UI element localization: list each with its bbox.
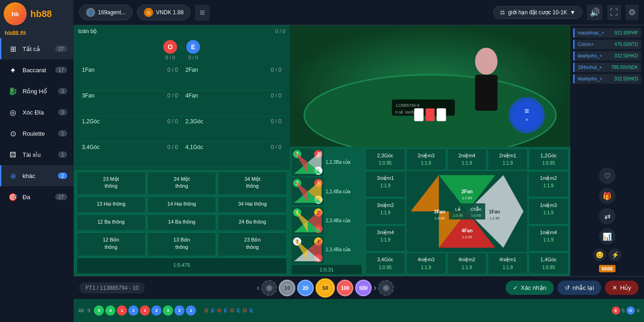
currency-icon: ◎	[144, 8, 153, 17]
sidebar-label-baccarat: Baccarat	[23, 67, 51, 74]
currency-btn[interactable]: ◎ VNDK 1.88	[137, 5, 190, 20]
bet-24-mot-thong[interactable]: 24 Mộtthông	[147, 172, 217, 196]
bet-12-bon-thong[interactable]: 12 Bốnthông	[76, 232, 146, 256]
bet-14-ba-thong[interactable]: 14 Ba thông	[147, 214, 217, 231]
bet-3niem1[interactable]: 3niệm11:1.9	[365, 171, 406, 197]
bet-34-hai-thong[interactable]: 34 Hai thông	[218, 196, 287, 213]
oe-counts: E 5 O 4	[612, 306, 639, 315]
bet-34goc[interactable]: 3,4Góc1:0.95	[365, 253, 405, 274]
bet-3niem2[interactable]: 3niệm21:1.9	[365, 198, 406, 224]
sidebar-item-tat-ca[interactable]: ⊞ Tất cả 27	[0, 38, 74, 59]
transfer-icon[interactable]: ⇄	[599, 208, 615, 224]
sidebar-item-khac[interactable]: ⊕ khác 2	[0, 165, 74, 186]
chip-scroll-right[interactable]: ›	[374, 283, 376, 293]
hdot-3: 1	[117, 305, 127, 316]
oe-e1: E	[211, 308, 214, 313]
oe-o1: O	[204, 308, 208, 313]
replay-label: nhắc lại	[573, 284, 594, 291]
bet-4niem1[interactable]: 4niệm11:1.9	[488, 253, 528, 274]
bet-1niem4[interactable]: 1niệm41:1.9	[528, 225, 569, 252]
bet-23-bon-thong[interactable]: 23 Bốnthông	[218, 232, 287, 256]
fan-diagram-3[interactable]: 3 2 4 2,3,4Ba cửa	[292, 207, 362, 234]
history-dots: 3 4 1 2 1 2 3 2 2	[94, 305, 196, 316]
bet-4niem2[interactable]: 4niệm21:1.9	[447, 253, 487, 274]
bet-13-hai-thong[interactable]: 13 Hai thông	[76, 196, 146, 213]
ratio-fan: 1:0.31	[292, 265, 362, 274]
circle-e: E	[186, 40, 200, 54]
user-icon: 👤	[86, 8, 95, 17]
sidebar-badge-tat-ca: 27	[55, 46, 67, 52]
sidebar-badge-xoc-dia: 3	[58, 109, 67, 115]
video-section: ≡ ≡ 113885794-9 h số Verify !	[290, 25, 570, 147]
bet-14-hai-thong[interactable]: 14 Hai thông	[147, 196, 217, 213]
cancel-label: Hủy	[620, 284, 631, 291]
sidebar-item-tai-xiu[interactable]: ⚄ Tài xỉu 1	[0, 144, 74, 165]
main-game-grid: 2,3Góc1:0.95 2niệm31:1.9 2niệm41:1.9 2ni…	[363, 147, 570, 276]
fan-diagram-1[interactable]: 3 2 1	[292, 149, 362, 176]
chip-10[interactable]: 10	[279, 280, 295, 296]
replay-btn[interactable]: ↺ nhắc lại	[558, 281, 601, 295]
svg-text:113885794-9: 113885794-9	[396, 103, 420, 108]
bet-34-mot-thong[interactable]: 34 Mộtthông	[218, 172, 287, 196]
game-area: 3 2 1	[290, 147, 570, 276]
thunder-icon[interactable]: ⚡	[609, 248, 621, 261]
bet-23goc[interactable]: 2,3Góc1:0.95	[365, 149, 405, 170]
table-svg: ≡ ≡ 113885794-9 h số Verify !	[290, 25, 570, 147]
bet-1niem2[interactable]: 1niệm21:1.9	[528, 171, 569, 197]
oe-e4: E	[250, 308, 253, 313]
bet-3niem4[interactable]: 3niệm41:1.9	[365, 225, 406, 252]
bet-2niem4[interactable]: 2niệm41:1.9	[447, 149, 487, 170]
chip-scroll-left[interactable]: ‹	[257, 283, 259, 293]
chart-icon[interactable]: 📊	[599, 228, 615, 245]
history-item-3: kkwhjohn_+ 332.50HKD	[573, 51, 641, 61]
menu-btn[interactable]: ≡	[195, 5, 210, 21]
sidebar-item-rong-ho[interactable]: 🐉 Rồng Hổ 3	[0, 80, 74, 102]
cancel-btn[interactable]: ✕ Hủy	[605, 281, 638, 295]
fan-svg-3: 3 2 4	[292, 207, 324, 235]
fullscreen-btn[interactable]: ⛶	[607, 5, 621, 20]
sidebar-item-roulette[interactable]: ⊙ Roulette 1	[0, 123, 74, 144]
bet-1niem3[interactable]: 1niệm31:1.9	[528, 198, 569, 224]
center-fan: 2Fan 1:2.85 3Fan 1:2.85 1Fan 1:2.85 4Fan…	[407, 171, 528, 252]
settings-btn[interactable]: ⚙	[626, 5, 638, 20]
sidebar-badge-baccarat: 17	[55, 67, 67, 73]
bet-23-mot-thong[interactable]: 23 Mộtthông	[76, 172, 146, 196]
bet-2niem3[interactable]: 2niệm31:1.9	[406, 149, 446, 170]
bet-13-bon-thong[interactable]: 13 Bốnthông	[147, 232, 217, 256]
chip-500[interactable]: 500	[355, 280, 372, 296]
limit-btn[interactable]: ⚖ giới hạn đặt cược 10-1K ▼	[493, 6, 582, 19]
bet-2niem1[interactable]: 2niệm11:1.9	[488, 149, 528, 170]
svg-text:1:2.85: 1:2.85	[489, 216, 500, 220]
bet-4niem3[interactable]: 4niệm31:1.9	[406, 253, 446, 274]
sidebar-badge-rong-ho: 3	[58, 88, 67, 94]
da-icon: 🎯	[8, 192, 18, 202]
chip-100[interactable]: 100	[337, 280, 353, 296]
chip-ghost[interactable]: ◉	[261, 280, 277, 296]
bet-14goc[interactable]: 1,4Góc1:0.95	[529, 253, 569, 274]
gift-icon[interactable]: 🎁	[599, 188, 615, 204]
sidebar-item-xoc-dia[interactable]: ◎ Xóc Đĩa 3	[0, 102, 74, 123]
fan-diagram-4[interactable]: 3 4 1 1,3,4Ba cửa	[292, 236, 362, 264]
sound-btn[interactable]: 🔊	[587, 5, 603, 20]
fan-svg-4: 3 4 1	[292, 236, 324, 264]
chip-ghost-right[interactable]: ◉	[378, 280, 394, 296]
sidebar-item-baccarat[interactable]: ♠ Baccarat 17	[0, 59, 74, 80]
left-panel: toàn bộ 0 / 0 O 0 / 0 E 0 / 0 1Fan0 / 0 …	[74, 25, 290, 276]
bet-12-ba-thong[interactable]: 12 Ba thông	[76, 214, 146, 231]
heart-icon[interactable]: ♡	[599, 167, 615, 184]
logo-text: hb88	[30, 9, 52, 19]
fan-diagram-2[interactable]: 2 4 1 1,2,4Ba cửa	[292, 178, 362, 205]
svg-rect-3	[475, 75, 498, 110]
logo-sub: hb88.fit	[0, 28, 74, 38]
bet-12goc[interactable]: 1,2Góc1:0.95	[529, 149, 569, 170]
currency-label: VNDK 1.88	[156, 9, 184, 16]
bet-24-ba-thong[interactable]: 24 Ba thông	[218, 214, 287, 231]
chip-50[interactable]: 50	[316, 278, 335, 298]
fan-34goc-left: 3,4Góc0 / 0	[78, 142, 182, 168]
history-bottom: All 9 3 4 1 2 1 2 3 2 2 O E O E O E O	[74, 299, 644, 322]
sidebar-item-da[interactable]: 🎯 Đa 27	[0, 186, 74, 207]
chip-20[interactable]: 20	[297, 280, 314, 296]
confirm-btn[interactable]: ✓ Xác nhận	[506, 281, 554, 295]
emoji-icon[interactable]: 😊	[593, 248, 606, 261]
user-btn[interactable]: 👤 169agent...	[79, 5, 132, 20]
